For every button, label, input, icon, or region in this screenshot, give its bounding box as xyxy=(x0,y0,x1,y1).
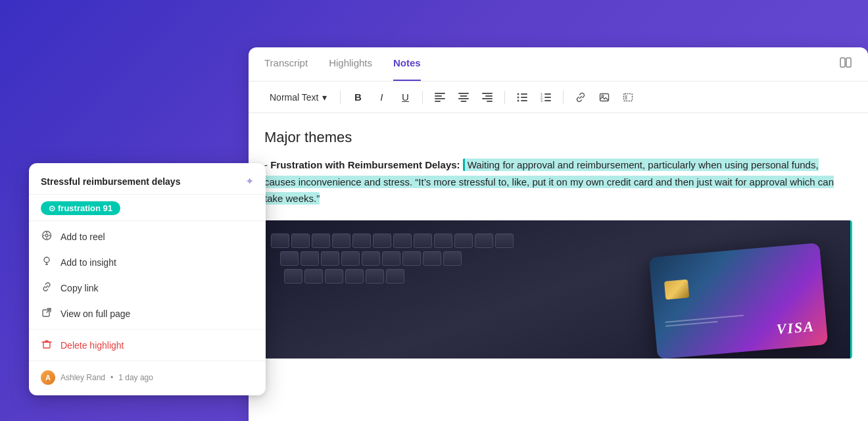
trash-icon xyxy=(41,339,53,351)
frustration-tag[interactable]: ⊙ frustration 91 xyxy=(41,201,120,215)
footer-user: Ashley Rand xyxy=(60,373,105,382)
svg-rect-13 xyxy=(435,93,445,94)
divider-2 xyxy=(29,329,266,330)
svg-rect-11 xyxy=(840,58,845,67)
svg-rect-36 xyxy=(544,100,551,101)
card-chip xyxy=(664,279,689,299)
popup-header: Stressful reimbursement delays ✦ xyxy=(29,175,266,195)
svg-point-25 xyxy=(518,93,519,95)
bold-button[interactable]: B xyxy=(349,88,367,107)
copy-link-item[interactable]: Copy link xyxy=(29,275,266,301)
add-to-reel-label: Add to reel xyxy=(60,232,105,242)
footer-dot: • xyxy=(110,373,113,382)
text-style-label: Normal Text xyxy=(270,92,318,103)
tabs: Transcript Highlights Notes xyxy=(264,47,421,81)
svg-rect-16 xyxy=(435,101,441,102)
svg-rect-14 xyxy=(435,95,442,97)
svg-rect-12 xyxy=(846,58,851,67)
credit-card-scene: VISA xyxy=(264,220,850,359)
svg-rect-23 xyxy=(482,98,493,99)
credit-card-image: VISA xyxy=(264,220,852,359)
svg-point-27 xyxy=(518,96,519,98)
view-full-page-label: View on full page xyxy=(60,309,130,319)
content-paragraph: - Frustration with Reimbursement Delays:… xyxy=(264,157,852,207)
svg-rect-39 xyxy=(624,93,633,101)
align-left-button[interactable] xyxy=(431,88,449,107)
svg-rect-15 xyxy=(435,98,445,99)
external-link-icon xyxy=(41,307,53,320)
svg-rect-10 xyxy=(43,342,50,348)
svg-point-6 xyxy=(44,257,49,262)
svg-rect-21 xyxy=(482,93,493,94)
italic-button[interactable]: I xyxy=(372,88,391,107)
divider-1 xyxy=(29,220,266,221)
credit-card: VISA xyxy=(649,242,829,358)
delete-highlight-label: Delete highlight xyxy=(60,340,124,351)
toolbar-separator-1 xyxy=(340,91,341,104)
tab-highlights[interactable]: Highlights xyxy=(329,47,372,81)
main-panel: Transcript Highlights Notes Normal Text … xyxy=(249,47,868,421)
svg-text:3.: 3. xyxy=(541,99,543,102)
svg-rect-30 xyxy=(521,100,527,101)
divider-3 xyxy=(29,360,266,361)
delete-highlight-item[interactable]: Delete highlight xyxy=(29,332,266,358)
copy-link-label: Copy link xyxy=(60,283,99,293)
svg-rect-26 xyxy=(521,93,527,95)
add-to-insight-label: Add to insight xyxy=(60,257,116,268)
add-to-reel-item[interactable]: Add to reel xyxy=(29,224,266,249)
popup-tag-row: ⊙ frustration 91 xyxy=(29,195,266,218)
chevron-down-icon: ▾ xyxy=(322,92,327,103)
svg-point-4 xyxy=(43,235,45,236)
text-style-dropdown[interactable]: Normal Text ▾ xyxy=(264,89,332,105)
insight-icon xyxy=(41,256,53,268)
svg-point-2 xyxy=(46,232,47,234)
numbered-list-button[interactable]: 1.2.3. xyxy=(537,88,555,107)
panel-layout-icon[interactable] xyxy=(839,56,852,72)
svg-point-3 xyxy=(46,238,47,239)
svg-rect-40 xyxy=(625,95,627,99)
svg-rect-20 xyxy=(461,101,467,102)
reel-icon xyxy=(41,230,53,243)
popup-footer: A Ashley Rand • 1 day ago xyxy=(29,364,266,386)
content-area[interactable]: Major themes - Frustration with Reimburs… xyxy=(249,113,868,421)
tab-notes[interactable]: Notes xyxy=(393,47,421,81)
svg-point-1 xyxy=(45,234,48,237)
svg-point-5 xyxy=(49,235,51,236)
svg-rect-32 xyxy=(544,93,551,95)
svg-point-29 xyxy=(518,99,519,101)
popup-title: Stressful reimbursement delays xyxy=(41,176,240,187)
footer-time: 1 day ago xyxy=(118,373,153,382)
svg-rect-18 xyxy=(460,95,468,97)
svg-rect-34 xyxy=(544,97,551,98)
image-button[interactable] xyxy=(595,88,614,107)
highlight-popup: Stressful reimbursement delays ✦ ⊙ frust… xyxy=(29,163,266,395)
align-right-button[interactable] xyxy=(478,88,496,107)
tab-bar: Transcript Highlights Notes xyxy=(249,47,868,82)
link-icon xyxy=(41,282,53,294)
svg-rect-19 xyxy=(458,98,469,99)
add-to-insight-item[interactable]: Add to insight xyxy=(29,249,266,275)
link-button[interactable] xyxy=(571,88,590,107)
content-heading: Major themes xyxy=(264,129,852,146)
view-full-page-item[interactable]: View on full page xyxy=(29,301,266,326)
card-lines xyxy=(665,314,744,326)
tag-icon: ⊙ xyxy=(49,204,55,213)
toolbar-separator-3 xyxy=(504,91,505,104)
formatting-toolbar: Normal Text ▾ B I U 1.2.3. xyxy=(249,82,868,113)
svg-rect-17 xyxy=(458,93,469,94)
card-visa-logo: VISA xyxy=(776,318,815,338)
bullet-list-button[interactable] xyxy=(513,88,531,107)
svg-point-38 xyxy=(602,95,604,97)
underline-button[interactable]: U xyxy=(396,88,414,107)
tab-transcript[interactable]: Transcript xyxy=(264,47,308,81)
avatar: A xyxy=(41,370,55,385)
toolbar-separator-2 xyxy=(422,91,423,104)
sparkle-icon: ✦ xyxy=(245,175,254,187)
bold-text: Frustration with Reimbursement Delays: xyxy=(270,159,460,170)
toolbar-separator-4 xyxy=(563,91,564,104)
tag-label: frustration 91 xyxy=(58,203,112,213)
align-center-button[interactable] xyxy=(454,88,473,107)
svg-rect-24 xyxy=(487,101,493,102)
embed-button[interactable] xyxy=(619,88,637,107)
svg-rect-28 xyxy=(521,97,527,98)
